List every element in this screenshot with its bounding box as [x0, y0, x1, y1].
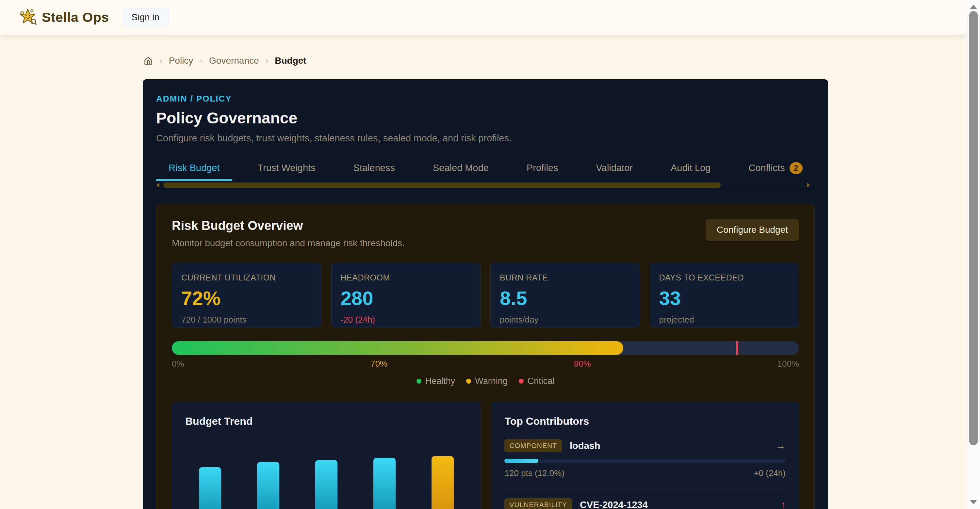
top-contributors-card: Top Contributors COMPONENTlodash→120 pts…: [491, 402, 799, 509]
trend-bar[interactable]: [315, 460, 337, 509]
policy-governance-panel: ADMIN / POLICY Policy Governance Configu…: [143, 79, 828, 509]
contributor-name: lodash: [570, 441, 600, 451]
scroll-down-icon[interactable]: [970, 500, 977, 504]
contributor-name: CVE-2024-1234: [580, 499, 648, 509]
trend-up-icon[interactable]: ↑: [781, 499, 786, 509]
overview-title: Risk Budget Overview: [172, 219, 405, 233]
chevron-right-icon: ›: [200, 56, 202, 66]
budget-trend-title: Budget Trend: [185, 415, 468, 427]
contributor-stats: 120 pts (12.0%)+0 (24h): [504, 468, 786, 478]
trend-bar[interactable]: [257, 462, 279, 509]
scroll-right-icon[interactable]: [807, 183, 810, 187]
stat-subtext: projected: [659, 315, 790, 325]
stat-label: DAYS TO EXCEEDED: [659, 273, 790, 282]
tab-profiles[interactable]: Profiles: [514, 157, 571, 181]
stella-ops-logo-icon: [19, 8, 37, 27]
stat-value: 280: [341, 287, 471, 309]
gauge-label-70: 70%: [371, 359, 387, 369]
stat-subtext: 720 / 1000 points: [181, 315, 312, 325]
tab-audit-log[interactable]: Audit Log: [658, 157, 723, 181]
contributor-points: 120 pts (12.0%): [504, 468, 565, 478]
trend-bar[interactable]: [431, 456, 454, 509]
legend-item-warning: Warning: [466, 376, 508, 386]
tab-label: Audit Log: [671, 163, 711, 173]
gauge-label-100: 100%: [778, 359, 799, 369]
breadcrumb-link-governance[interactable]: Governance: [209, 55, 259, 66]
contributor-progress: [504, 459, 786, 463]
configure-budget-button[interactable]: Configure Budget: [706, 219, 799, 241]
tab-trust-weights[interactable]: Trust Weights: [245, 157, 328, 181]
budget-trend-card: Budget Trend 12/112/812/1512/2212/29: [172, 402, 481, 509]
chevron-right-icon: ›: [266, 56, 269, 66]
trend-bar-column: 12/1: [199, 451, 221, 509]
scroll-up-icon[interactable]: [970, 5, 977, 9]
stat-label: CURRENT UTILIZATION: [181, 273, 312, 282]
tab-label: Risk Budget: [169, 163, 220, 173]
stat-value: 8.5: [500, 287, 630, 309]
tab-risk-budget[interactable]: Risk Budget: [156, 157, 232, 181]
legend-item-critical: Critical: [519, 376, 555, 386]
tab-validator[interactable]: Validator: [584, 157, 645, 181]
stat-subtext: points/day: [500, 315, 630, 325]
gauge-label-0: 0%: [172, 359, 184, 369]
contributor-delta: +0 (24h): [754, 468, 786, 478]
topbar: Stella Ops Sign in: [0, 0, 966, 35]
contributor-row: VULNERABILITYCVE-2024-1234↑95 pts (9.5%)…: [504, 498, 786, 509]
breadcrumb: › Policy › Governance › Budget: [144, 52, 306, 69]
top-contributors-list: COMPONENTlodash→120 pts (12.0%)+0 (24h)V…: [504, 439, 786, 509]
sign-in-button[interactable]: Sign in: [122, 8, 169, 27]
browser-viewport: Stella Ops Sign in › Policy › Governance…: [0, 0, 980, 509]
tabs-divider: [156, 189, 815, 189]
trend-bar-column: 12/22: [373, 451, 396, 509]
gauge-fill: [172, 341, 623, 355]
contributor-row: COMPONENTlodash→120 pts (12.0%)+0 (24h): [504, 439, 786, 478]
brand-title: Stella Ops: [42, 10, 109, 25]
tab-staleness[interactable]: Staleness: [341, 157, 407, 181]
contributor-type-badge: COMPONENT: [504, 439, 562, 452]
home-icon[interactable]: [144, 56, 153, 65]
tab-label: Sealed Mode: [433, 163, 489, 173]
stat-label: BURN RATE: [500, 273, 630, 282]
legend-label: Healthy: [425, 376, 455, 386]
legend-dot-icon: [466, 379, 471, 384]
tabs-scrollbar-thumb[interactable]: [163, 182, 721, 188]
critical-threshold-marker: [736, 341, 738, 355]
tab-label: Conflicts: [748, 163, 785, 173]
tab-sealed-mode[interactable]: Sealed Mode: [420, 157, 501, 181]
legend-dot-icon: [417, 379, 422, 384]
stat-value: 72%: [181, 287, 312, 309]
breadcrumb-current: Budget: [275, 55, 306, 66]
tab-conflicts[interactable]: Conflicts2: [736, 157, 815, 181]
gauge-label-90: 90%: [574, 359, 591, 369]
contributor-type-badge: VULNERABILITY: [504, 498, 572, 509]
contributor-progress-fill: [504, 459, 538, 463]
arrow-right-icon[interactable]: →: [776, 440, 786, 451]
brand: Stella Ops: [19, 8, 109, 27]
page-scrollbar-thumb[interactable]: [969, 11, 978, 446]
chevron-right-icon: ›: [159, 56, 162, 66]
stat-card-days-to-exceeded: DAYS TO EXCEEDED33projected: [650, 263, 799, 327]
stat-card-headroom: HEADROOM280-20 (24h): [331, 263, 481, 327]
trend-bar[interactable]: [373, 458, 396, 509]
stat-card-current-utilization: CURRENT UTILIZATION72%720 / 1000 points: [172, 263, 321, 327]
tabs-scrollbar[interactable]: [156, 182, 815, 188]
legend-item-healthy: Healthy: [417, 376, 455, 386]
row-divider: [504, 488, 786, 488]
trend-bar-column: 12/8: [257, 451, 279, 509]
contributor-row-header: COMPONENTlodash→: [504, 439, 786, 452]
trend-bar[interactable]: [199, 467, 221, 509]
scroll-left-icon[interactable]: [156, 183, 159, 187]
stat-subtext: -20 (24h): [341, 315, 471, 325]
tab-label: Profiles: [527, 163, 558, 173]
trend-bar-column: 12/15: [315, 451, 337, 509]
gauge-legend: HealthyWarningCritical: [172, 376, 799, 386]
breadcrumb-link-policy[interactable]: Policy: [169, 55, 193, 66]
stat-label: HEADROOM: [341, 273, 471, 282]
risk-budget-overview-card: Risk Budget Overview Monitor budget cons…: [156, 204, 815, 509]
budget-trend-chart: 12/112/812/1512/2212/29: [185, 451, 468, 509]
stat-value: 33: [659, 287, 790, 309]
tab-bar: Risk BudgetTrust WeightsStalenessSealed …: [156, 157, 815, 181]
conflicts-count-badge: 2: [789, 162, 803, 174]
top-contributors-title: Top Contributors: [504, 415, 786, 427]
page-scrollbar[interactable]: [966, 0, 980, 509]
